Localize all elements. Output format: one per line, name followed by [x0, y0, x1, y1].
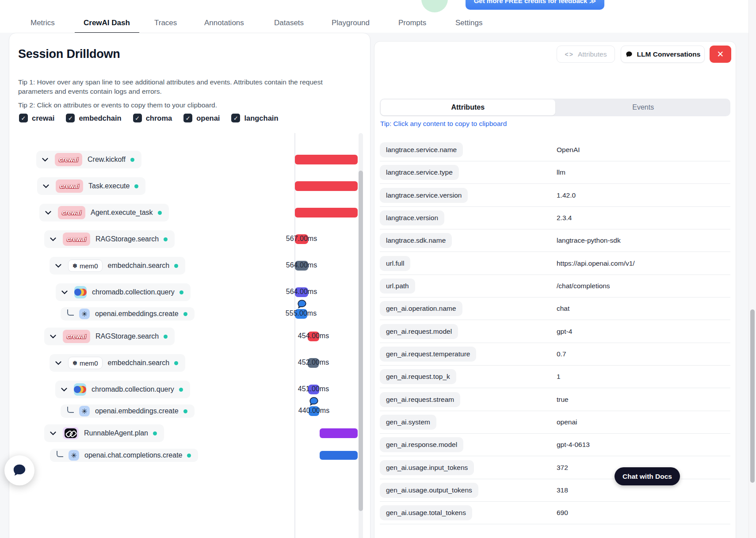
attribute-value[interactable]: 2.3.4: [557, 214, 572, 222]
span-duration-label: 451.00ms: [298, 385, 329, 393]
tab-annotations[interactable]: Annotations: [204, 19, 244, 27]
attribute-key[interactable]: langtrace.service.type: [380, 165, 459, 180]
scrollbar-thumb[interactable]: [750, 309, 755, 483]
attribute-key[interactable]: gen_ai.system: [380, 415, 436, 430]
flower-icon: [73, 263, 77, 269]
attribute-value[interactable]: true: [557, 396, 569, 404]
attribute-value[interactable]: gpt-4: [557, 328, 572, 336]
span-row-chromadb-query-2[interactable]: chromadb.collection.query: [55, 381, 190, 398]
attribute-key[interactable]: gen_ai.usage.input_tokens: [380, 460, 474, 475]
span-row-embedchain-search[interactable]: mem0 embedchain.search: [50, 257, 185, 275]
chevron-down-icon[interactable]: [55, 361, 61, 365]
attribute-value[interactable]: 0.7: [557, 350, 566, 358]
attribute-key[interactable]: langtrace.version: [380, 210, 444, 225]
span-row-crew-kickoff[interactable]: crewai Crew.kickoff: [36, 151, 141, 168]
tab-settings[interactable]: Settings: [455, 19, 482, 27]
span-row-embedchain-search-2[interactable]: mem0 embedchain.search: [50, 354, 185, 372]
llm-conversation-icon[interactable]: [297, 299, 307, 309]
attribute-value[interactable]: langtrace-python-sdk: [557, 237, 621, 244]
attribute-key[interactable]: langtrace.sdk.name: [380, 233, 452, 248]
checkbox-checked-icon[interactable]: [231, 114, 240, 122]
tab-crewai-dash[interactable]: CrewAI Dash: [84, 19, 130, 27]
chevron-down-icon[interactable]: [42, 158, 48, 162]
attribute-key[interactable]: gen_ai.request.temperature: [380, 347, 476, 362]
tab-playground[interactable]: Playground: [332, 19, 370, 27]
span-duration-bar[interactable]: [295, 181, 358, 191]
tree-branch-icon: [67, 407, 74, 413]
attribute-key[interactable]: gen_ai.request.stream: [380, 392, 460, 407]
span-duration-bar[interactable]: [320, 428, 358, 438]
get-credits-button[interactable]: Get more FREE credits for feedback ≫: [466, 0, 604, 10]
span-row-runnableagent-plan[interactable]: RunnableAgent.plan: [44, 424, 164, 442]
attributes-view-button[interactable]: <> Attributes: [557, 46, 615, 63]
attribute-key[interactable]: langtrace.service.version: [380, 188, 468, 203]
attribute-key[interactable]: gen_ai.response.model: [380, 437, 463, 452]
checkbox-checked-icon[interactable]: [66, 114, 75, 122]
attribute-value[interactable]: OpenAI: [557, 146, 580, 154]
tab-traces[interactable]: Traces: [154, 19, 177, 27]
chevron-down-icon[interactable]: [50, 237, 56, 241]
attribute-value[interactable]: 1.42.0: [557, 191, 576, 199]
span-row-chromadb-query[interactable]: chromadb.collection.query: [56, 283, 191, 301]
attribute-value[interactable]: /chat/completions: [557, 282, 610, 290]
scrollbar-thumb[interactable]: [359, 171, 363, 511]
filter-crewai[interactable]: crewai: [19, 114, 54, 122]
chevron-down-icon[interactable]: [50, 335, 56, 339]
attribute-value[interactable]: 372: [557, 464, 568, 472]
attribute-key[interactable]: langtrace.service.name: [380, 142, 463, 157]
page-scrollbar[interactable]: [748, 0, 756, 538]
attribute-value[interactable]: 1: [557, 373, 561, 381]
attribute-key[interactable]: gen_ai.request.model: [380, 324, 458, 339]
attribute-value[interactable]: 690: [557, 509, 568, 517]
tab-metrics[interactable]: Metrics: [31, 19, 55, 27]
attribute-value[interactable]: 318: [557, 486, 568, 494]
filter-langchain[interactable]: langchain: [231, 114, 278, 122]
chevron-down-icon[interactable]: [55, 264, 61, 268]
span-row-agent-execute-task[interactable]: crewai Agent.execute_task: [39, 204, 169, 221]
tab-attributes[interactable]: Attributes: [381, 99, 555, 115]
tab-events[interactable]: Events: [556, 99, 731, 116]
filter-embedchain[interactable]: embedchain: [66, 114, 121, 122]
llm-conversation-icon[interactable]: [309, 396, 319, 407]
tab-prompts[interactable]: Prompts: [398, 19, 426, 27]
chat-launcher[interactable]: [4, 455, 34, 485]
span-row-ragstorage-search-2[interactable]: crewai RAGStorage.search: [44, 328, 175, 345]
attribute-row: url.fullhttps://api.openai.com/v1/: [380, 252, 730, 275]
chevron-down-icon[interactable]: [45, 211, 51, 215]
attribute-key[interactable]: gen_ai.operation.name: [380, 301, 462, 316]
close-button[interactable]: ✕: [710, 46, 731, 63]
checkbox-checked-icon[interactable]: [133, 114, 142, 122]
attribute-value[interactable]: chat: [557, 305, 569, 313]
attribute-key[interactable]: gen_ai.request.top_k: [380, 369, 456, 384]
span-duration-bar[interactable]: [320, 451, 358, 460]
attribute-key[interactable]: url.path: [380, 279, 415, 294]
checkbox-checked-icon[interactable]: [19, 114, 28, 122]
attribute-value[interactable]: openai: [557, 418, 577, 426]
span-row-ragstorage-search[interactable]: crewai RAGStorage.search: [44, 230, 175, 248]
chevron-down-icon[interactable]: [61, 388, 67, 392]
span-duration-bar[interactable]: [295, 155, 358, 164]
attribute-key[interactable]: url.full: [380, 256, 410, 271]
avatar[interactable]: [421, 0, 448, 12]
span-row-openai-embeddings[interactable]: openai.embeddings.create: [61, 307, 195, 321]
attribute-value[interactable]: https://api.openai.com/v1/: [557, 259, 635, 267]
attribute-value[interactable]: gpt-4-0613: [557, 441, 590, 449]
chevron-down-icon[interactable]: [43, 184, 49, 188]
span-row-task-execute[interactable]: crewai Task.execute: [37, 177, 145, 195]
filter-openai[interactable]: openai: [183, 114, 220, 122]
span-row-openai-chat-completions[interactable]: openai.chat.completions.create: [50, 449, 198, 462]
tab-datasets[interactable]: Datasets: [274, 19, 304, 27]
llm-conversations-button[interactable]: LLM Conversations: [621, 46, 705, 63]
panel-scrollbar[interactable]: [359, 133, 363, 538]
attribute-value[interactable]: llm: [557, 168, 565, 176]
chevron-down-icon[interactable]: [61, 290, 68, 294]
chat-with-docs-button[interactable]: Chat with Docs: [615, 467, 680, 485]
span-duration-bar[interactable]: [295, 208, 358, 217]
attribute-key[interactable]: gen_ai.usage.total_tokens: [380, 505, 472, 520]
span-name: Crew.kickoff: [88, 156, 126, 164]
filter-chroma[interactable]: chroma: [133, 114, 172, 122]
span-row-openai-embeddings-2[interactable]: openai.embeddings.create: [61, 404, 195, 418]
attribute-key[interactable]: gen_ai.usage.output_tokens: [380, 483, 478, 498]
checkbox-checked-icon[interactable]: [183, 114, 192, 122]
chevron-down-icon[interactable]: [50, 431, 56, 435]
